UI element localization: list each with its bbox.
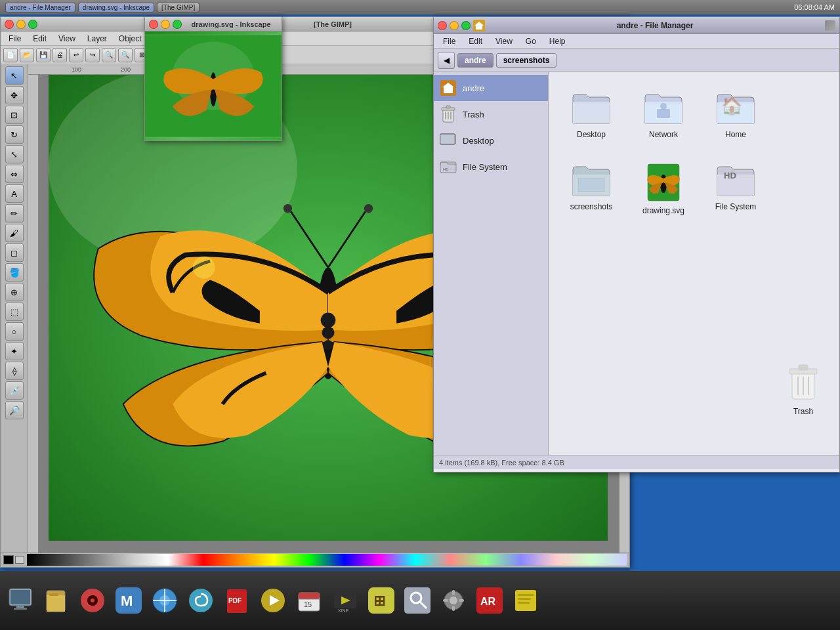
taskbar-btn-gimp[interactable]: [The GIMP] [157, 3, 200, 12]
tb-print[interactable]: 🖨 [52, 48, 67, 62]
gimp-menu-object[interactable]: Object [114, 33, 147, 45]
fm-main-area: Desktop Network [549, 72, 839, 455]
gimp-min-btn[interactable] [16, 20, 26, 29]
fm-location-andre[interactable]: andre [457, 53, 494, 68]
taskbar-btn-inkscape[interactable]: drawing.svg - Inkscape [78, 3, 154, 12]
taskbar-calendar[interactable]: 15 [292, 583, 326, 618]
taskbar-music[interactable] [75, 583, 110, 618]
inkscape-preview-close[interactable] [149, 20, 158, 29]
fm-item-desktop[interactable]: Desktop [562, 85, 621, 144]
gimp-menu-edit[interactable]: Edit [28, 33, 52, 45]
tool-fuzzy-select[interactable]: ✦ [5, 342, 24, 360]
taskbar-settings[interactable] [436, 583, 471, 618]
taskbar: M PDF 15 XINE ⊞ AR [0, 571, 840, 630]
taskbar-browser[interactable] [148, 583, 182, 618]
gimp-menu-file[interactable]: File [3, 33, 26, 45]
fm-location-screenshots[interactable]: screenshots [496, 53, 557, 68]
tool-eraser[interactable]: ◻ [5, 243, 24, 262]
tool-fill[interactable]: 🪣 [5, 263, 24, 282]
color-palette[interactable] [27, 554, 627, 566]
fm-item-network[interactable]: Network [634, 85, 693, 144]
taskbar-sticky[interactable] [509, 583, 543, 618]
fm-menu-help[interactable]: Help [544, 35, 571, 47]
tb-undo[interactable]: ↩ [69, 48, 83, 62]
svg-point-11 [193, 256, 215, 278]
fm-menu-file[interactable]: File [438, 35, 461, 47]
svg-point-7 [321, 313, 336, 328]
fm-item-screenshots-label: screenshots [570, 202, 613, 211]
fm-item-trash[interactable]: Trash [774, 358, 833, 421]
taskbar-computer[interactable] [3, 583, 37, 618]
inkscape-preview-img [145, 32, 282, 140]
tool-select-rect[interactable]: ⬚ [5, 303, 24, 321]
svg-rect-90 [518, 594, 534, 596]
taskbar-files[interactable] [39, 583, 74, 618]
svg-text:M: M [121, 593, 133, 609]
tool-scale[interactable]: ⤡ [5, 145, 24, 163]
gimp-menu-view[interactable]: View [53, 33, 81, 45]
tool-clone[interactable]: ⊕ [5, 283, 24, 301]
tool-zoom[interactable]: 🔎 [5, 401, 24, 419]
taskbar-launcher[interactable]: ⊞ [364, 583, 398, 618]
bg-color[interactable] [15, 556, 24, 564]
tool-select-ellipse[interactable]: ○ [5, 322, 24, 341]
taskbar-spiral[interactable] [184, 583, 218, 618]
fm-close-btn[interactable] [438, 21, 447, 30]
gimp-max-btn[interactable] [28, 20, 37, 29]
canvas-scrollbar-h[interactable] [1, 566, 629, 568]
taskbar-video[interactable]: XINE [328, 583, 362, 618]
svg-rect-91 [518, 598, 531, 600]
fm-sidebar: andre Trash [434, 72, 549, 455]
fm-menu-edit[interactable]: Edit [463, 35, 488, 47]
inkscape-preview-max[interactable] [173, 20, 182, 29]
fm-menu-go[interactable]: Go [520, 35, 541, 47]
fm-max-btn[interactable] [461, 21, 471, 30]
taskbar-btn-filemanager[interactable]: andre - File Manager [5, 3, 75, 12]
system-time: 06:08:04 AM [794, 3, 835, 11]
fm-item-drawing[interactable]: drawing.svg [634, 158, 693, 220]
taskbar-media[interactable] [256, 583, 290, 618]
tb-save[interactable]: 💾 [36, 48, 51, 62]
tool-rotate[interactable]: ↻ [5, 125, 24, 144]
fm-toolbar: ◀ andre screenshots [434, 49, 839, 72]
fm-item-home[interactable]: 🏠 Home [706, 85, 765, 144]
taskbar-artrage[interactable]: AR [472, 583, 507, 618]
fm-sidebar-andre[interactable]: andre [434, 75, 548, 101]
tb-open[interactable]: 📂 [20, 48, 34, 62]
taskbar-finder[interactable] [400, 583, 434, 618]
fm-sidebar-filesystem[interactable]: HD File System [434, 154, 548, 180]
tool-move[interactable]: ✥ [5, 86, 24, 104]
fm-item-screenshots[interactable]: screenshots [562, 158, 621, 220]
tool-color-picker[interactable]: 💉 [5, 381, 24, 400]
fm-sidebar-desktop[interactable]: Desktop [434, 127, 548, 154]
fm-sidebar-andre-label: andre [463, 83, 484, 93]
fm-item-network-label: Network [649, 130, 678, 139]
taskbar-pdf[interactable]: PDF [220, 583, 254, 618]
fm-back-btn[interactable]: ◀ [438, 52, 455, 69]
gimp-menu-layer[interactable]: Layer [82, 33, 112, 45]
fm-menu-view[interactable]: View [490, 35, 518, 47]
tb-redo[interactable]: ↪ [85, 48, 100, 62]
inkscape-preview-min[interactable] [161, 20, 170, 29]
tb-zoom-out[interactable]: 🔍 [118, 48, 133, 62]
inkscape-thumbnail [145, 32, 282, 140]
fm-min-btn[interactable] [450, 21, 459, 30]
svg-rect-89 [515, 590, 536, 611]
fg-color[interactable] [3, 555, 14, 564]
fm-resize-grip[interactable] [825, 20, 835, 31]
tool-crop[interactable]: ⊡ [5, 106, 24, 124]
tb-zoom-in[interactable]: 🔍 [102, 48, 116, 62]
gimp-close-btn[interactable] [5, 20, 14, 29]
tool-pencil[interactable]: ✏ [5, 204, 24, 222]
tool-path[interactable]: ⟠ [5, 362, 24, 380]
tool-text[interactable]: A [5, 184, 24, 203]
fm-item-filesystem[interactable]: HD File System [706, 158, 765, 220]
fm-sidebar-trash[interactable]: Trash [434, 101, 548, 127]
fm-title-icon [473, 20, 485, 32]
tool-flip[interactable]: ⇔ [5, 165, 24, 183]
tool-brush[interactable]: 🖌 [5, 224, 24, 242]
taskbar-app4[interactable]: M [112, 583, 146, 618]
fm-item-hd-label: HD [724, 171, 736, 180]
tb-new[interactable]: 📄 [3, 48, 18, 62]
tool-arrow[interactable]: ↖ [5, 66, 24, 85]
